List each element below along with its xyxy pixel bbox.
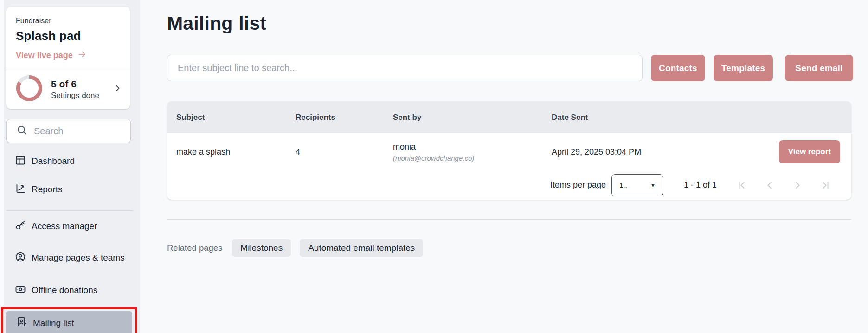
sidebar-item-reports[interactable]: Reports — [6, 178, 133, 201]
sidebar-item-label: Mailing list — [33, 318, 74, 329]
address-book-icon — [16, 316, 27, 330]
related-pages-label: Related pages — [167, 243, 222, 253]
items-per-page-label: Items per page — [550, 180, 606, 190]
fundraiser-label: Fundraiser — [16, 17, 121, 25]
section-divider — [167, 219, 851, 220]
sidebar-search-input[interactable] — [33, 125, 124, 137]
previous-page-button[interactable] — [756, 176, 784, 195]
sidebar: Fundraiser Splash pad View live page — [0, 0, 140, 333]
sidebar-item-label: Manage pages & teams — [32, 252, 125, 263]
view-live-page-link[interactable]: View live page — [16, 50, 121, 61]
sidebar-nav: Dashboard Reports Access manager Man — [0, 150, 140, 333]
first-page-button[interactable] — [728, 176, 756, 195]
next-page-icon — [792, 180, 803, 191]
pagination-controls — [728, 176, 839, 195]
sidebar-item-label: Dashboard — [32, 156, 75, 167]
related-chip-milestones[interactable]: Milestones — [232, 239, 291, 257]
key-icon — [15, 220, 26, 233]
column-header-date-sent: Date Sent — [552, 113, 746, 122]
mailing-list-table: Subject Recipients Sent by Date Sent mak… — [167, 101, 851, 200]
progress-count: 5 of 6 — [51, 78, 113, 90]
banknote-icon — [15, 284, 26, 297]
column-header-sent-by: Sent by — [393, 113, 552, 122]
sender-email: (monia@crowdchange.co) — [393, 154, 552, 162]
cell-date-sent: April 29, 2025 03:04 PM — [552, 147, 746, 157]
page-size-select[interactable]: 1.. ▼ — [611, 174, 663, 196]
sidebar-item-access-manager[interactable]: Access manager — [6, 215, 133, 238]
user-circle-icon — [15, 251, 26, 265]
search-icon — [16, 124, 27, 137]
reports-chart-icon — [15, 183, 26, 196]
sidebar-item-label: Reports — [32, 184, 63, 195]
progress-label: Settings done — [51, 91, 113, 100]
sidebar-item-offline-donations[interactable]: Offline donations — [6, 279, 133, 302]
cell-subject: make a splash — [176, 147, 296, 157]
chevron-right-icon — [113, 84, 122, 95]
sidebar-item-mailing-list[interactable]: Mailing list — [6, 311, 132, 333]
sidebar-item-label: Offline donations — [32, 285, 97, 296]
settings-progress[interactable]: 5 of 6 Settings done — [6, 69, 130, 109]
pagination-bar: Items per page 1.. ▼ 1 - 1 of 1 — [167, 170, 851, 200]
toolbar: Contacts Templates Send email — [167, 55, 868, 81]
column-header-recipients: Recipients — [296, 113, 393, 122]
caret-down-icon: ▼ — [650, 183, 656, 188]
view-report-button[interactable]: View report — [779, 140, 840, 163]
annotation-highlight-box: Mailing list — [1, 307, 137, 333]
fundraiser-name: Splash pad — [16, 29, 121, 43]
cell-sent-by: monia (monia@crowdchange.co) — [393, 142, 552, 162]
next-page-button[interactable] — [784, 176, 811, 195]
sidebar-divider — [6, 210, 133, 211]
fundraiser-card: Fundraiser Splash pad View live page — [6, 7, 130, 109]
contacts-button[interactable]: Contacts — [651, 55, 705, 81]
page-size-value: 1.. — [619, 181, 627, 189]
cell-recipients: 4 — [296, 147, 393, 157]
sidebar-item-manage-pages-teams[interactable]: Manage pages & teams — [6, 243, 133, 273]
table-row: make a splash 4 monia (monia@crowdchange… — [167, 133, 851, 170]
table-header-row: Subject Recipients Sent by Date Sent — [167, 101, 851, 133]
related-pages: Related pages Milestones Automated email… — [167, 239, 868, 257]
progress-donut-icon — [16, 75, 43, 104]
sender-name: monia — [393, 142, 552, 152]
app-root: Fundraiser Splash pad View live page — [0, 0, 868, 333]
dashboard-icon — [15, 155, 26, 168]
last-page-icon — [820, 180, 831, 191]
last-page-button[interactable] — [811, 176, 839, 195]
send-email-button[interactable]: Send email — [785, 55, 853, 81]
sidebar-item-dashboard[interactable]: Dashboard — [6, 150, 133, 173]
related-chip-automated-email-templates[interactable]: Automated email templates — [300, 239, 423, 257]
view-live-page-label: View live page — [16, 51, 73, 60]
sidebar-search — [6, 119, 131, 143]
arrow-right-icon — [77, 50, 87, 61]
previous-page-icon — [764, 180, 775, 191]
sidebar-item-label: Access manager — [32, 221, 97, 232]
subject-search-input[interactable] — [167, 55, 643, 81]
main-content: Mailing list Contacts Templates Send ema… — [140, 0, 868, 333]
templates-button[interactable]: Templates — [714, 55, 773, 81]
pagination-range-label: 1 - 1 of 1 — [684, 180, 717, 190]
first-page-icon — [736, 180, 747, 191]
column-header-subject: Subject — [176, 113, 296, 122]
page-title: Mailing list — [167, 12, 868, 34]
